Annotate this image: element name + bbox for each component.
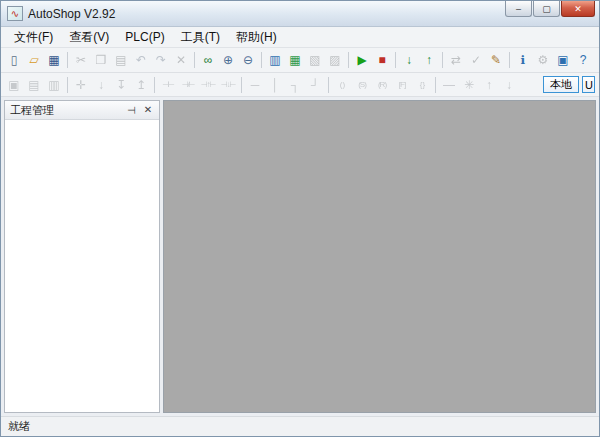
comm-mode-group: 本地U xyxy=(543,76,596,93)
append-network-icon[interactable]: ↓ xyxy=(91,75,111,95)
open-project-icon[interactable]: ▱ xyxy=(24,50,44,70)
maximize-button[interactable]: ▢ xyxy=(533,1,560,17)
pin-icon[interactable]: ⊤ xyxy=(126,104,136,116)
toolbar-separator xyxy=(509,52,510,68)
move-up-icon[interactable]: ↑ xyxy=(479,75,499,95)
ladder-monitor-icon[interactable]: ▦ xyxy=(285,50,305,70)
rising-edge-contact-icon[interactable]: ⊣↑⊢ xyxy=(198,75,218,95)
insert-network-icon[interactable]: ✛ xyxy=(71,75,91,95)
content-area: 工程管理 ⊤✕ xyxy=(1,97,599,416)
vertical-line-icon[interactable]: │ xyxy=(265,75,285,95)
project-window-icon[interactable]: ▥ xyxy=(265,50,285,70)
closed-contact-icon[interactable]: ⊣/⊢ xyxy=(178,75,198,95)
select-tool-icon[interactable]: ▣ xyxy=(4,75,24,95)
workspace xyxy=(163,100,596,413)
instruction-list-icon[interactable]: ▥ xyxy=(44,75,64,95)
branch-line-icon[interactable]: ┘ xyxy=(305,75,325,95)
toolbar-separator xyxy=(261,52,262,68)
project-panel-title: 工程管理 xyxy=(10,103,54,118)
network-comment-icon[interactable]: ▤ xyxy=(24,75,44,95)
menu-plc[interactable]: PLC(P) xyxy=(117,28,172,46)
horizontal-line-icon[interactable]: ─ xyxy=(245,75,265,95)
find-binoculars-icon[interactable]: ∞ xyxy=(198,50,218,70)
element-monitor-icon[interactable]: ▨ xyxy=(325,50,345,70)
zoom-in-icon[interactable]: ⊕ xyxy=(218,50,238,70)
open-contact-icon[interactable]: ⊣⊢ xyxy=(158,75,178,95)
paste-icon[interactable]: ▤ xyxy=(111,50,131,70)
menu-file[interactable]: 文件(F) xyxy=(6,27,61,48)
delete-branch-icon[interactable]: ✳ xyxy=(459,75,479,95)
local-mode-button[interactable]: 本地 xyxy=(543,76,579,93)
upload-from-plc-icon[interactable]: ↑ xyxy=(419,50,439,70)
set-coil-icon[interactable]: (S) xyxy=(352,75,372,95)
delete-icon[interactable]: ✕ xyxy=(171,50,191,70)
project-tree[interactable] xyxy=(5,120,159,412)
download-to-plc-icon[interactable]: ↓ xyxy=(399,50,419,70)
toolbar-separator xyxy=(442,52,443,68)
minimize-button[interactable]: – xyxy=(505,1,532,17)
toolbar-separator xyxy=(328,77,329,93)
compare-block-icon[interactable]: { } xyxy=(412,75,432,95)
convert-icon[interactable]: ⇄ xyxy=(446,50,466,70)
usb-mode-button[interactable]: U xyxy=(582,76,595,93)
cut-icon[interactable]: ✂ xyxy=(71,50,91,70)
project-manager-panel: 工程管理 ⊤✕ xyxy=(4,100,160,413)
run-icon[interactable]: ▶ xyxy=(352,50,372,70)
project-panel-header-icons: ⊤✕ xyxy=(125,105,154,115)
edit-data-icon[interactable]: ✎ xyxy=(486,50,506,70)
toolbar-separator xyxy=(67,52,68,68)
data-monitor-icon[interactable]: ▧ xyxy=(305,50,325,70)
close-button[interactable]: ✕ xyxy=(561,1,595,17)
save-icon[interactable]: ▦ xyxy=(44,50,64,70)
menu-view[interactable]: 查看(V) xyxy=(61,27,117,48)
delete-line-icon[interactable]: — xyxy=(439,75,459,95)
menu-tools[interactable]: 工具(T) xyxy=(173,27,228,48)
plc-info-icon[interactable]: ℹ xyxy=(513,50,533,70)
falling-edge-contact-icon[interactable]: ⊣↓⊢ xyxy=(218,75,238,95)
copy-icon[interactable]: ❐ xyxy=(91,50,111,70)
app-window: ∿ AutoShop V2.92 –▢✕ 文件(F)查看(V)PLC(P)工具(… xyxy=(0,0,600,437)
toolbar-separator xyxy=(67,77,68,93)
toolbar-separator xyxy=(395,52,396,68)
window-controls: –▢✕ xyxy=(505,1,595,17)
new-file-icon[interactable]: ▯ xyxy=(4,50,24,70)
stop-icon[interactable]: ■ xyxy=(372,50,392,70)
app-icon-glyph: ∿ xyxy=(11,9,19,19)
ladder-toolbar: ▣▤▥✛↓↧↥⊣⊢⊣/⊢⊣↑⊢⊣↓⊢─│┐┘( )(S)(R)[F]{ }—✳↑… xyxy=(1,73,599,97)
window-title: AutoShop V2.92 xyxy=(28,7,115,21)
comm-config-icon[interactable]: ▣ xyxy=(553,50,573,70)
project-panel-header: 工程管理 ⊤✕ xyxy=(5,101,159,120)
close-panel-icon[interactable]: ✕ xyxy=(142,105,154,115)
menu-bar: 文件(F)查看(V)PLC(P)工具(T)帮助(H) xyxy=(1,27,599,48)
status-text: 就绪 xyxy=(8,419,30,434)
app-icon: ∿ xyxy=(7,6,23,21)
insert-row-icon[interactable]: ↧ xyxy=(111,75,131,95)
zoom-out-icon[interactable]: ⊖ xyxy=(238,50,258,70)
function-block-icon[interactable]: [F] xyxy=(392,75,412,95)
status-bar: 就绪 xyxy=(1,416,599,436)
toolbar-separator xyxy=(435,77,436,93)
output-coil-icon[interactable]: ( ) xyxy=(332,75,352,95)
toolbar-separator xyxy=(348,52,349,68)
corner-line-icon[interactable]: ┐ xyxy=(285,75,305,95)
toolbar-separator xyxy=(194,52,195,68)
reset-coil-icon[interactable]: (R) xyxy=(372,75,392,95)
toolbar-separator xyxy=(241,77,242,93)
title-bar: ∿ AutoShop V2.92 –▢✕ xyxy=(1,1,599,27)
redo-icon[interactable]: ↷ xyxy=(151,50,171,70)
toolbar-separator xyxy=(154,77,155,93)
move-down-icon[interactable]: ↓ xyxy=(499,75,519,95)
main-toolbar: ▯▱▦✂❐▤↶↷✕∞⊕⊖▥▦▧▨▶■↓↑⇄✓✎ℹ⚙▣? xyxy=(1,48,599,73)
delete-row-icon[interactable]: ↥ xyxy=(131,75,151,95)
check-program-icon[interactable]: ✓ xyxy=(466,50,486,70)
settings-icon[interactable]: ⚙ xyxy=(533,50,553,70)
menu-help[interactable]: 帮助(H) xyxy=(228,27,285,48)
help-icon[interactable]: ? xyxy=(573,50,593,70)
undo-icon[interactable]: ↶ xyxy=(131,50,151,70)
